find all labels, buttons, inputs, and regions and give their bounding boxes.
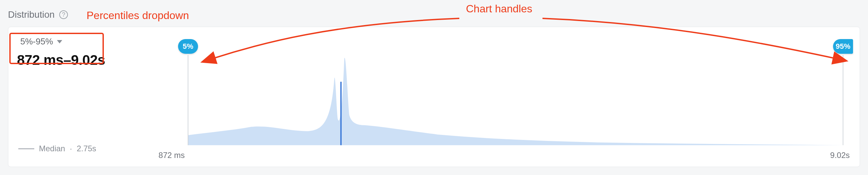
section-title: Distribution bbox=[8, 9, 55, 20]
chevron-down-icon bbox=[57, 40, 62, 44]
median-legend: Median · 2.75s bbox=[18, 144, 96, 153]
percentile-dropdown-label: 5%-95% bbox=[20, 36, 53, 47]
percentile-handle-high[interactable]: 95% bbox=[833, 39, 853, 54]
median-label: Median bbox=[39, 144, 65, 153]
axis-label-left: 872 ms bbox=[158, 151, 185, 160]
percentile-handle-low[interactable]: 5% bbox=[178, 39, 198, 54]
percentile-dropdown[interactable]: 5%-95% bbox=[17, 34, 66, 49]
percentile-range-value: 872 ms–9.02s bbox=[17, 52, 156, 68]
help-icon[interactable]: ? bbox=[59, 10, 68, 19]
distribution-area-icon bbox=[165, 35, 850, 155]
distribution-chart[interactable]: 5% 95% 872 ms 9.02s bbox=[165, 35, 850, 159]
distribution-card: 5%-95% 872 ms–9.02s Median · 2.75s 5% 95… bbox=[8, 27, 860, 167]
median-line-icon bbox=[18, 148, 34, 149]
median-value: 2.75s bbox=[76, 144, 96, 153]
axis-label-right: 9.02s bbox=[830, 151, 850, 160]
